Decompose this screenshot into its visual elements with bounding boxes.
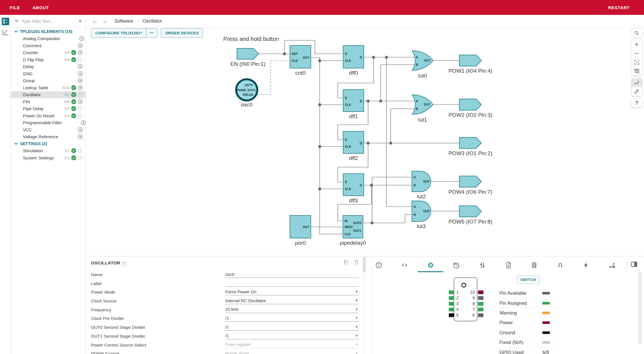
menu-file[interactable]: FILE bbox=[10, 5, 20, 10]
node-pow3-io1-pin-2[interactable] bbox=[459, 137, 481, 149]
delete-icon[interactable] bbox=[354, 259, 359, 266]
route-icon[interactable] bbox=[631, 78, 642, 87]
properties-scrollbar[interactable] bbox=[362, 256, 366, 354]
clear-filter-icon[interactable]: ✕ bbox=[78, 18, 82, 24]
breadcrumb-oscillator[interactable]: Oscillator bbox=[143, 18, 162, 24]
search-icon[interactable] bbox=[631, 29, 642, 37]
power-mode-select[interactable]: Force Power On▼ bbox=[225, 288, 359, 295]
add-element-icon[interactable] bbox=[78, 71, 83, 76]
copy-icon[interactable] bbox=[343, 259, 349, 266]
tree-header-settings-2[interactable]: SETTINGS (2) bbox=[11, 140, 86, 147]
power-control-source-select-select: From register▼ bbox=[225, 341, 359, 348]
fit-view-icon[interactable] bbox=[631, 58, 642, 67]
sidebar-item-vcc[interactable]: VCC bbox=[11, 126, 86, 133]
menu-about[interactable]: ABOUT bbox=[33, 5, 49, 10]
add-element-icon[interactable] bbox=[78, 85, 83, 90]
waveform-icon[interactable] bbox=[2, 29, 9, 36]
node-pow4-io6-pin-7[interactable] bbox=[459, 176, 481, 187]
add-element-icon[interactable] bbox=[78, 78, 83, 83]
tab-info[interactable] bbox=[372, 259, 385, 271]
add-element-icon[interactable] bbox=[81, 120, 86, 125]
sidebar-item-voltage-reference[interactable]: Voltage Reference bbox=[11, 133, 86, 141]
more-options-button[interactable]: ••• bbox=[146, 29, 157, 37]
forward-arrow-icon[interactable]: → bbox=[102, 18, 108, 24]
sidebar-item-power-on-reset[interactable]: Power On Reset1/1 bbox=[11, 112, 86, 119]
node-pow1-io4-pin-4[interactable] bbox=[459, 55, 481, 66]
device-panel-scrollbar[interactable] bbox=[638, 273, 642, 354]
sidebar-item-programmable-filter[interactable]: Programmable Filter bbox=[11, 119, 86, 126]
out0-second-stage-divider-select[interactable]: /1▼ bbox=[225, 323, 359, 331]
port-label: D bbox=[345, 138, 347, 141]
out1-second-stage-divider-select[interactable]: /1▼ bbox=[225, 332, 359, 339]
schematic-canvas[interactable]: Press and hold buttonEN (IN0 Pin:1)RSTCL… bbox=[86, 27, 644, 256]
tab-file[interactable] bbox=[502, 259, 515, 271]
chevron-down-icon bbox=[14, 142, 17, 145]
sidebar-item-system-settings[interactable]: System Settings1/1 bbox=[11, 154, 86, 161]
sidebar-item-simulation[interactable]: Simulation1/1 bbox=[11, 147, 86, 155]
sidebar-item-oscillator[interactable]: Oscillator1/1 bbox=[11, 91, 86, 98]
chip-pin-6[interactable] bbox=[478, 313, 483, 317]
frequency-select[interactable]: 25 kHz▼ bbox=[225, 306, 359, 313]
add-element-icon[interactable] bbox=[78, 99, 83, 104]
tab-memory[interactable] bbox=[528, 259, 541, 271]
chip-pin-10[interactable] bbox=[478, 290, 483, 294]
check-icon bbox=[71, 148, 76, 153]
chip-pin-8[interactable] bbox=[478, 302, 483, 306]
order-devices-button[interactable]: ORDER DEVICES bbox=[161, 29, 203, 37]
filter-input[interactable] bbox=[22, 19, 77, 23]
sidebar-item-delay[interactable]: Delay bbox=[11, 63, 86, 70]
chip-pin-9[interactable] bbox=[478, 296, 483, 300]
sidebar-item-analog-comparator[interactable]: Analog Comparator bbox=[11, 35, 86, 42]
sidebar-item-group[interactable]: Group bbox=[11, 77, 86, 84]
tab-history[interactable] bbox=[450, 259, 463, 271]
sidebar-item-counter[interactable]: Counter1/4 bbox=[11, 49, 86, 56]
tab-pulse[interactable] bbox=[554, 259, 566, 271]
add-element-icon[interactable] bbox=[78, 50, 83, 55]
add-element-icon[interactable] bbox=[78, 64, 83, 69]
sidebar-item-pin[interactable]: PIN6/8 bbox=[11, 98, 86, 105]
switch-button[interactable]: SWITCH bbox=[517, 276, 539, 284]
sidebar-item-lookup-table[interactable]: Lookup Table4/10 bbox=[11, 84, 86, 91]
node-pow5-io7-pin-8[interactable] bbox=[459, 206, 481, 217]
chip-pin-2[interactable] bbox=[449, 296, 454, 300]
add-element-icon[interactable] bbox=[78, 134, 83, 139]
add-element-icon[interactable] bbox=[79, 36, 84, 41]
zoom-out-icon[interactable] bbox=[631, 49, 642, 58]
sidebar-item-comment[interactable]: Comment bbox=[11, 42, 86, 49]
configure-button[interactable]: CONFIGURE TPLD1201* bbox=[91, 29, 146, 37]
node-pow2-io2-pin-3[interactable] bbox=[459, 99, 481, 110]
name-field[interactable] bbox=[225, 272, 359, 277]
node-caption: por0 bbox=[295, 240, 306, 246]
sidebar-item-d-flip-flop[interactable]: D Flip Flop4/4 bbox=[11, 56, 86, 63]
sidebar-item-pipe-delay[interactable]: Pipe Delay1/1 bbox=[11, 105, 86, 112]
elements-icon[interactable] bbox=[2, 18, 9, 25]
clock-pre-divider-select[interactable]: /1▼ bbox=[225, 315, 359, 322]
clock-source-select[interactable]: Internal RC Oscillator▼ bbox=[225, 297, 359, 304]
sidebar-item-gnd[interactable]: GND bbox=[11, 70, 86, 77]
chip-pin-5[interactable] bbox=[449, 313, 454, 317]
breadcrumb-software[interactable]: Software bbox=[114, 18, 133, 24]
tab-flash[interactable] bbox=[580, 259, 592, 271]
node-en-in0-pin-1[interactable] bbox=[237, 48, 259, 59]
add-element-icon[interactable] bbox=[78, 43, 83, 48]
tab-chip[interactable] bbox=[424, 259, 437, 271]
menu-restart[interactable]: RESTART bbox=[608, 5, 630, 10]
wire-draw-icon[interactable] bbox=[631, 87, 642, 96]
tab-scooter[interactable] bbox=[606, 259, 618, 271]
panel-toggle-icon[interactable] bbox=[630, 260, 639, 269]
auto-layout-icon[interactable] bbox=[631, 67, 642, 76]
zoom-in-icon[interactable] bbox=[631, 40, 642, 49]
help-icon[interactable]: ? bbox=[631, 98, 642, 107]
chip-pin-1[interactable] bbox=[449, 290, 454, 294]
back-arrow-icon[interactable]: ← bbox=[92, 18, 98, 24]
port-label: OUT bbox=[424, 59, 430, 62]
label-field[interactable] bbox=[225, 280, 359, 285]
add-element-icon[interactable] bbox=[78, 127, 83, 132]
tree-header-tpld1201-elements-15[interactable]: TPLD1201 ELEMENTS (15) bbox=[11, 28, 86, 35]
help-icon[interactable]: ? bbox=[122, 262, 127, 266]
chip-pin-4[interactable] bbox=[449, 308, 454, 311]
tab-code[interactable] bbox=[398, 259, 411, 271]
tab-tune[interactable] bbox=[476, 259, 489, 271]
chip-pin-7[interactable] bbox=[478, 308, 483, 311]
chip-pin-3[interactable] bbox=[449, 302, 454, 306]
